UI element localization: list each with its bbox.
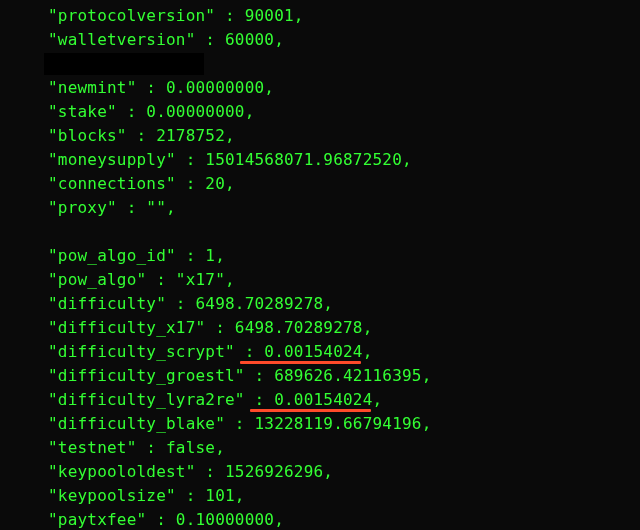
json-line: "newmint" : 0.00000000, [0, 76, 640, 100]
json-line: "difficulty_lyra2re" : 0.00154024, [0, 388, 640, 412]
json-line: "pow_algo" : "x17", [0, 268, 640, 292]
json-line [0, 220, 640, 244]
json-line: "difficulty_x17" : 6498.70289278, [0, 316, 640, 340]
json-line: "keypoolsize" : 101, [0, 484, 640, 508]
json-line: "pow_algo_id" : 1, [0, 244, 640, 268]
json-line: "moneysupply" : 15014568071.96872520, [0, 148, 640, 172]
json-line: "paytxfee" : 0.10000000, [0, 508, 640, 530]
json-line: "proxy" : "", [0, 196, 640, 220]
json-line: "blocks" : 2178752, [0, 124, 640, 148]
redaction-bar [44, 53, 204, 75]
terminal-output: "protocolversion" : 90001,"walletversion… [0, 4, 640, 530]
json-line: "connections" : 20, [0, 172, 640, 196]
json-line: "walletversion" : 60000, [0, 28, 640, 52]
json-line: "difficulty_scrypt" : 0.00154024, [0, 340, 640, 364]
json-line: "keypoololdest" : 1526926296, [0, 460, 640, 484]
json-line: "difficulty_blake" : 13228119.66794196, [0, 412, 640, 436]
json-line: "difficulty_groestl" : 689626.42116395, [0, 364, 640, 388]
json-line: "protocolversion" : 90001, [0, 4, 640, 28]
json-line: "stake" : 0.00000000, [0, 100, 640, 124]
json-line: "testnet" : false, [0, 436, 640, 460]
json-line [0, 52, 640, 76]
json-line: "difficulty" : 6498.70289278, [0, 292, 640, 316]
